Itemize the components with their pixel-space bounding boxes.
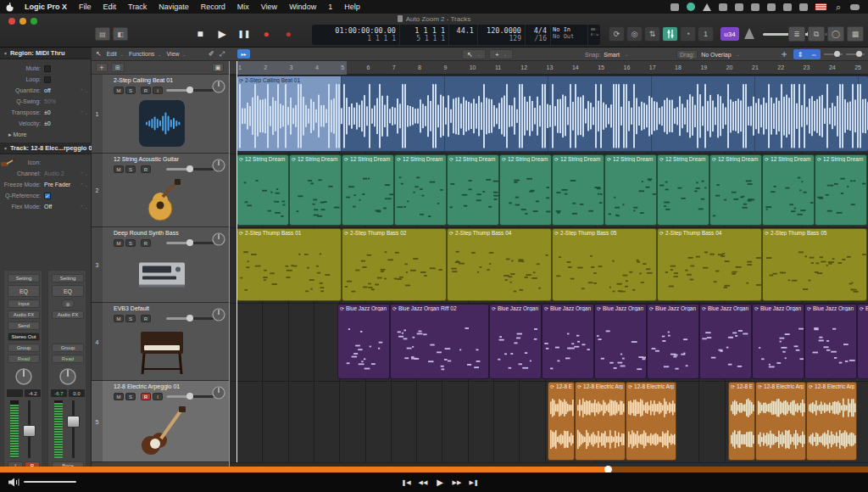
horizontal-auto-zoom-button[interactable]: ⇔	[807, 49, 821, 59]
region-1-1[interactable]: ⟳2-Step Calling Beat 01	[236, 75, 868, 152]
region-2-6[interactable]: ⟳12 String Dream 06	[499, 154, 552, 226]
region-4-8[interactable]: ⟳Blue Jazz Organ Rif	[752, 304, 804, 379]
region-2-10[interactable]: ⟳12 String Dream 06	[709, 154, 762, 226]
lcd-display[interactable]: 01:00:00:00.001 1 1 11 1 1 15 1 1 144.11…	[312, 25, 600, 45]
track-i-button[interactable]: I	[153, 393, 163, 400]
fader-track[interactable]	[72, 400, 75, 458]
stepper-chevrons[interactable]: ⌃ ⌄	[80, 110, 88, 115]
cycle-button[interactable]: ⟳	[609, 26, 625, 42]
lock-icon[interactable]	[751, 3, 760, 11]
green-status-icon[interactable]	[687, 3, 695, 11]
track-row-4[interactable]: Flex Mode:Off⌃ ⌄	[0, 201, 92, 212]
region-4-1[interactable]: ⟳Blue Jazz Organ Rif	[337, 304, 390, 379]
checkbox[interactable]: ✓	[44, 193, 51, 199]
io-circle-button[interactable]: ⊕	[61, 299, 75, 308]
zoom-tool-icon[interactable]: ⤢	[220, 50, 225, 59]
track-r-button[interactable]: R	[141, 87, 151, 94]
region-2-8[interactable]: ⟳12 String Dream 08	[604, 154, 657, 226]
menu-item-1[interactable]: 1	[322, 0, 338, 14]
region-4-4[interactable]: ⟳Blue Jazz Organ Rif	[542, 304, 594, 379]
apple-menu[interactable]	[0, 0, 19, 14]
record-button[interactable]: ●	[256, 25, 276, 42]
pointer-tool-menu[interactable]: ↖⌄	[462, 49, 486, 59]
drag-menu[interactable]: Drag:No Overlap⌄	[676, 49, 770, 59]
region-5-2[interactable]: ⟳12-8 Electric Arpeg	[575, 382, 626, 461]
region-2-9[interactable]: ⟳12 String Dream 05	[657, 154, 709, 226]
fast-forward-button[interactable]: ▶▶	[449, 477, 465, 488]
browsers-button[interactable]: ▦	[847, 26, 864, 42]
waveform-zoom-button[interactable]: ✛	[778, 49, 790, 59]
region-row-4[interactable]: Transpose:±0⌃ ⌄	[0, 107, 92, 118]
rewind-button[interactable]: ◀◀	[415, 477, 431, 488]
audio-fx-button[interactable]: Audio FX	[52, 310, 84, 319]
metronome-button[interactable]: ◔	[680, 26, 696, 42]
duplicate-track-button[interactable]: ⊞	[111, 63, 125, 72]
lcd-mode-chevron[interactable]: ⌄	[595, 31, 602, 39]
track-volume-thumb[interactable]	[186, 393, 193, 400]
eq-button[interactable]: EQ	[52, 285, 84, 297]
eq-button[interactable]: EQ	[8, 285, 40, 297]
pan-knob[interactable]	[58, 367, 77, 386]
send-button[interactable]: Send	[8, 321, 40, 330]
region-3-3[interactable]: ⟳2-Step Thump Bass 04	[447, 228, 552, 301]
catch-playhead-button[interactable]: ▸▸	[237, 49, 250, 59]
region-3-4[interactable]: ⟳2-Step Thump Bass 05	[552, 228, 657, 301]
track-r-button[interactable]: R	[141, 165, 151, 173]
menu-item-help[interactable]: Help	[338, 0, 366, 14]
group-button[interactable]: Group	[8, 344, 40, 352]
track-m-button[interactable]: M	[114, 239, 124, 247]
region-5-6[interactable]: ⟳12-8 Electric Arpeg	[806, 382, 857, 461]
region-4-5[interactable]: ⟳Blue Jazz Organ Rif	[594, 304, 647, 379]
tuner-button[interactable]	[662, 26, 678, 42]
play-button[interactable]: ▶	[212, 25, 232, 42]
track-header-5[interactable]: 512-8 Electric Arpeggio 01MSRI	[92, 381, 229, 462]
stereo-out-button[interactable]: Stereo Out	[8, 333, 40, 341]
track-s-button[interactable]: S	[125, 393, 136, 400]
read-button[interactable]: Read	[52, 355, 84, 363]
menu-item-file[interactable]: File	[73, 0, 97, 14]
track-volume-thumb[interactable]	[186, 165, 193, 172]
shield-icon[interactable]	[719, 3, 727, 11]
track-pan-knob[interactable]	[212, 232, 225, 246]
track-s-button[interactable]: S	[125, 165, 136, 173]
region-4-10[interactable]: ⟳Blue Jazz Organ Rif	[857, 304, 868, 379]
region-5-1[interactable]: ⟳12-8 Ele	[548, 382, 575, 461]
region-2-1[interactable]: ⟳12 String Dream 01	[236, 154, 289, 226]
track-pan-knob[interactable]	[212, 308, 225, 321]
skip-forward-button[interactable]: ▶❚	[466, 477, 481, 488]
count-in-button[interactable]: 1	[698, 26, 714, 42]
zoom-slider-thumb[interactable]	[834, 51, 840, 57]
input-button[interactable]: Input	[8, 299, 40, 308]
menu-functions[interactable]: Functions⌄	[129, 51, 162, 57]
menu-item-logic-pro-x[interactable]: Logic Pro X	[19, 0, 73, 14]
video-volume-slider[interactable]	[24, 481, 76, 483]
screen-record-icon[interactable]	[670, 3, 679, 11]
region-4-9[interactable]: ⟳Blue Jazz Organ Rif	[804, 304, 857, 379]
menu-item-mix[interactable]: Mix	[231, 0, 255, 14]
group-button[interactable]: Group	[52, 344, 84, 352]
region-2-3[interactable]: ⟳12 String Dream 03	[342, 154, 394, 226]
region-5-4[interactable]: ⟳12-8 Ele	[728, 382, 755, 461]
speaker-icon[interactable]	[8, 478, 20, 487]
track-pan-knob[interactable]	[212, 386, 225, 400]
automation-icon[interactable]: ✐	[209, 50, 214, 58]
capture-record-button[interactable]: ●	[278, 25, 298, 42]
bluetooth-icon[interactable]	[799, 3, 808, 11]
track-m-button[interactable]: M	[114, 315, 124, 322]
region-inspector-header[interactable]: ▼Region: MIDI Thru	[0, 48, 92, 59]
track-pan-knob[interactable]	[212, 159, 225, 172]
track-s-button[interactable]: S	[125, 87, 136, 94]
pause-button[interactable]: ❚❚	[234, 25, 254, 42]
region-2-2[interactable]: ⟳12 String Dream 02	[289, 154, 342, 226]
menu-item-window[interactable]: Window	[283, 0, 322, 14]
track-header-3[interactable]: 3Deep Round Synth BassMSR	[92, 227, 229, 303]
pointer-tool-icon[interactable]: ↖	[96, 50, 102, 58]
region-4-7[interactable]: ⟳Blue Jazz Organ Rif	[699, 304, 752, 379]
command-click-tool-menu[interactable]: +⌄	[489, 49, 513, 59]
play-button[interactable]: ▶	[432, 477, 448, 488]
region-3-5[interactable]: ⟳2-Step Thump Bass 04	[657, 228, 762, 301]
track-volume-thumb[interactable]	[186, 87, 193, 93]
menu-item-view[interactable]: View	[255, 0, 283, 14]
sync-icon[interactable]	[783, 3, 792, 11]
checkbox[interactable]	[44, 65, 51, 72]
